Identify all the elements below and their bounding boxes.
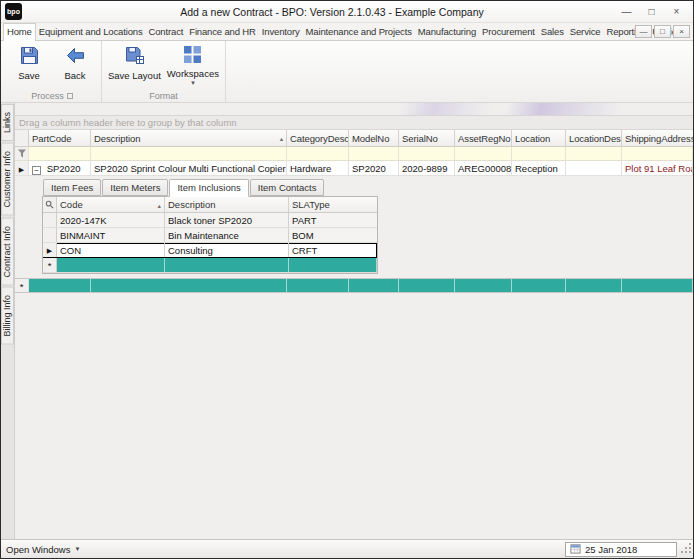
detail-new-cell-description[interactable] <box>165 258 289 272</box>
mdi-minimize-button[interactable]: — <box>635 25 652 38</box>
filter-cell-serialno[interactable] <box>399 147 455 160</box>
resize-grip[interactable] <box>681 543 692 556</box>
column-header-locationdesc[interactable]: LocationDesc <box>566 130 622 146</box>
new-item-asterisk-icon: * <box>48 260 52 271</box>
open-windows-button[interactable]: Open Windows ▼ <box>6 544 80 555</box>
new-cell-description[interactable] <box>91 279 287 292</box>
new-cell-shippingaddress[interactable] <box>622 279 693 292</box>
item-inclusions-grid: Code ▲ Description SLAType 2020-147K Bla… <box>42 196 378 274</box>
sidebar-tab-billing-info[interactable]: Billing Info <box>1 287 14 345</box>
detail-column-header-code[interactable]: Code ▲ <box>57 197 165 212</box>
new-cell-partcode[interactable] <box>29 279 91 292</box>
save-layout-button[interactable]: Save Layout <box>105 42 164 90</box>
detail-tab-strip: Item Fees Item Meters Item Inclusions It… <box>42 179 378 196</box>
new-cell-modelno[interactable] <box>349 279 399 292</box>
column-header-location[interactable]: Location <box>512 130 566 146</box>
ribbon-tab-procurement[interactable]: Procurement <box>479 24 538 40</box>
detail-new-item-row[interactable]: * <box>43 258 377 273</box>
detail-row-con-focused[interactable]: ▶ CON Consulting CRFT <box>43 243 377 258</box>
tab-item-contacts[interactable]: Item Contacts <box>250 179 325 196</box>
tab-item-inclusions[interactable]: Item Inclusions <box>169 179 248 197</box>
detail-cell-slatype[interactable]: BOM <box>289 228 377 242</box>
cell-description[interactable]: SP2020 Sprint Colour Multi Functional Co… <box>91 161 287 175</box>
ribbon-tab-home[interactable]: Home <box>3 23 36 41</box>
filter-cell-shippingaddress[interactable] <box>622 147 693 160</box>
column-header-shippingaddress[interactable]: ShippingAddress <box>622 130 693 146</box>
column-header-assetregno[interactable]: AssetRegNo <box>455 130 512 146</box>
ribbon-tab-service[interactable]: Service <box>567 24 604 40</box>
cell-categorydesc[interactable]: Hardware <box>287 161 349 175</box>
ribbon-tab-contract[interactable]: Contract <box>146 24 187 40</box>
cell-assetregno[interactable]: AREG000083 <box>455 161 512 175</box>
detail-cell-description[interactable]: Bin Maintenance <box>165 228 289 242</box>
column-header-modelno[interactable]: ModelNo <box>349 130 399 146</box>
filter-cell-partcode[interactable] <box>29 147 91 160</box>
grid-row-sp2020[interactable]: ▶ − SP2020 SP2020 Sprint Colour Multi Fu… <box>15 161 693 176</box>
ribbon-tab-finance-and-hr[interactable]: Finance and HR <box>186 24 259 40</box>
save-button-ribbon[interactable]: Save <box>6 42 52 90</box>
detail-column-header-slatype[interactable]: SLAType <box>289 197 377 212</box>
new-cell-categorydesc[interactable] <box>287 279 349 292</box>
column-header-description[interactable]: Description ▲ <box>91 130 287 146</box>
process-dialog-launcher-icon[interactable] <box>67 93 73 99</box>
mdi-close-button[interactable]: × <box>673 25 690 38</box>
detail-focused-row-indicator: ▶ <box>43 243 57 257</box>
detail-cell-slatype[interactable]: CRFT <box>289 243 377 257</box>
cell-partcode[interactable]: − SP2020 <box>29 161 91 175</box>
detail-row-2020-147k[interactable]: 2020-147K Black toner SP2020 PART <box>43 213 377 228</box>
cell-serialno[interactable]: 2020-9899 <box>399 161 455 175</box>
detail-new-cell-slatype[interactable] <box>289 258 377 272</box>
mdi-restore-button[interactable]: □ <box>654 25 671 38</box>
ribbon-tab-inventory[interactable]: Inventory <box>259 24 303 40</box>
filter-cell-location[interactable] <box>512 147 566 160</box>
column-header-categorydesc[interactable]: CategoryDesc <box>287 130 349 146</box>
maximize-button[interactable]: □ <box>639 4 664 20</box>
detail-cell-slatype[interactable]: PART <box>289 213 377 227</box>
detail-row-binmaint[interactable]: BINMAINT Bin Maintenance BOM <box>43 228 377 243</box>
detail-cell-code[interactable]: CON <box>57 243 165 257</box>
detail-header-row: Code ▲ Description SLAType <box>43 197 377 213</box>
ribbon-tab-manufacturing[interactable]: Manufacturing <box>415 24 479 40</box>
grid-new-item-row[interactable]: * <box>15 278 693 293</box>
new-cell-serialno[interactable] <box>399 279 455 292</box>
tab-item-meters[interactable]: Item Meters <box>102 179 168 196</box>
detail-column-header-description[interactable]: Description <box>165 197 289 212</box>
sidebar-tab-customer-info[interactable]: Customer Info <box>1 143 14 216</box>
cell-shippingaddress[interactable]: Plot 91 Leaf Road, Fo <box>622 161 693 175</box>
detail-cell-code[interactable]: 2020-147K <box>57 213 165 227</box>
column-header-description-label: Description <box>94 133 140 144</box>
date-picker[interactable]: 25 Jan 2018 <box>565 542 677 557</box>
column-header-serialno[interactable]: SerialNo <box>399 130 455 146</box>
save-icon <box>19 45 40 68</box>
filter-cell-locationdesc[interactable] <box>566 147 622 160</box>
close-button[interactable]: × <box>664 4 689 20</box>
cell-location[interactable]: Reception <box>512 161 566 175</box>
tab-item-fees[interactable]: Item Fees <box>43 179 101 196</box>
minimize-button[interactable]: — <box>614 4 639 20</box>
sidebar-tab-links[interactable]: Links <box>1 104 14 141</box>
ribbon-tab-maintenance-and-projects[interactable]: Maintenance and Projects <box>303 24 415 40</box>
workspaces-button[interactable]: Workspaces ▼ <box>164 42 222 90</box>
sidebar-tab-contract-info[interactable]: Contract Info <box>1 218 14 286</box>
detail-cell-code[interactable]: BINMAINT <box>57 228 165 242</box>
ribbon-tab-sales[interactable]: Sales <box>538 24 567 40</box>
new-cell-locationdesc[interactable] <box>566 279 622 292</box>
detail-new-cell-code[interactable] <box>57 258 165 272</box>
filter-cell-categorydesc[interactable] <box>287 147 349 160</box>
ribbon-tab-equipment-and-locations[interactable]: Equipment and Locations <box>36 24 146 40</box>
new-cell-location[interactable] <box>512 279 566 292</box>
collapse-detail-button[interactable]: − <box>32 166 41 175</box>
cell-locationdesc[interactable] <box>566 161 622 175</box>
column-header-partcode[interactable]: PartCode <box>29 130 91 146</box>
filter-cell-description[interactable] <box>91 147 287 160</box>
back-button[interactable]: Back <box>52 42 98 90</box>
group-by-bar[interactable]: Drag a column header here to group by th… <box>15 115 693 130</box>
filter-cell-assetregno[interactable] <box>455 147 512 160</box>
detail-cell-description[interactable]: Consulting <box>165 243 289 257</box>
search-icon[interactable] <box>43 197 57 212</box>
cell-modelno[interactable]: SP2020 <box>349 161 399 175</box>
new-cell-assetregno[interactable] <box>455 279 512 292</box>
filter-cell-modelno[interactable] <box>349 147 399 160</box>
ribbon-tab-strip: Home Equipment and Locations Contract Fi… <box>1 23 693 41</box>
detail-cell-description[interactable]: Black toner SP2020 <box>165 213 289 227</box>
